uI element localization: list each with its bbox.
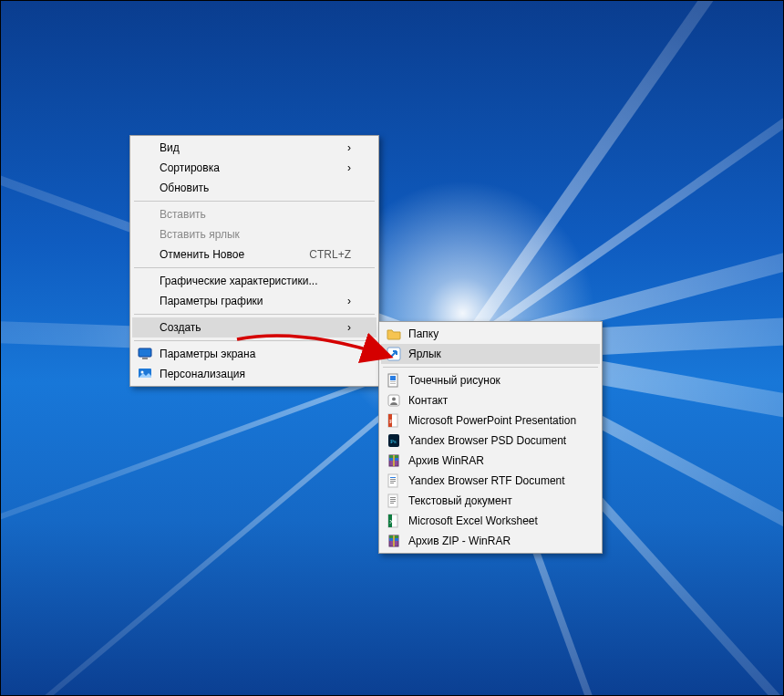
create-submenu-separator bbox=[383, 367, 598, 368]
svg-rect-36 bbox=[393, 535, 395, 546]
submenu-arrow-icon: › bbox=[342, 295, 351, 307]
xlsx-icon: X bbox=[387, 514, 401, 528]
personalize-icon bbox=[138, 367, 152, 381]
create-submenu-item-3[interactable]: Точечный рисунок bbox=[381, 370, 600, 390]
desktop-menu-item-8[interactable]: Графические характеристики... bbox=[132, 271, 377, 291]
desktop-menu-item-11[interactable]: Создать› bbox=[132, 317, 377, 338]
create-submenu-item-label: Контакт bbox=[408, 394, 574, 407]
create-submenu-item-7[interactable]: Архив WinRAR bbox=[381, 451, 600, 471]
rtf-icon bbox=[387, 473, 401, 488]
svg-text:Ps: Ps bbox=[390, 438, 397, 445]
create-submenu-item-label: Архив ZIP - WinRAR bbox=[408, 535, 574, 547]
create-submenu-item-label: Архив WinRAR bbox=[408, 454, 574, 467]
svg-text:P: P bbox=[389, 418, 393, 425]
pptx-icon: P bbox=[387, 413, 401, 428]
svg-rect-1 bbox=[142, 358, 148, 359]
create-submenu-item-label: Microsoft Excel Worksheet bbox=[408, 514, 574, 527]
create-submenu-item-4[interactable]: Контакт bbox=[381, 390, 600, 410]
svg-rect-29 bbox=[390, 503, 394, 504]
desktop-menu-item-label: Обновить bbox=[160, 182, 351, 194]
desktop-menu-separator bbox=[134, 314, 375, 315]
desktop-menu-item-5: Вставить ярлык bbox=[132, 224, 377, 244]
desktop-menu-item-label: Вид bbox=[160, 141, 342, 154]
desktop-menu-separator bbox=[134, 201, 375, 202]
display-icon bbox=[138, 347, 152, 361]
create-submenu-item-11[interactable]: Архив ZIP - WinRAR bbox=[381, 531, 600, 551]
desktop-menu-item-label: Персонализация bbox=[160, 368, 351, 380]
svg-rect-27 bbox=[390, 499, 396, 500]
txt-icon bbox=[387, 493, 401, 508]
desktop-menu-item-label: Сортировка bbox=[160, 161, 342, 174]
create-submenu-item-label: Папку bbox=[408, 327, 574, 340]
desktop-context-menu: Вид›Сортировка›ОбновитьВставитьВставить … bbox=[129, 135, 379, 387]
create-submenu: ПапкуЯрлыкТочечный рисунокКонтактPMicros… bbox=[378, 321, 603, 554]
desktop-menu-item-label: Вставить ярлык bbox=[160, 228, 351, 241]
desktop-menu-separator bbox=[134, 267, 375, 268]
svg-rect-24 bbox=[390, 483, 394, 483]
create-submenu-item-10[interactable]: XMicrosoft Excel Worksheet bbox=[381, 511, 600, 531]
svg-rect-28 bbox=[390, 501, 396, 502]
desktop-menu-item-label: Параметры экрана bbox=[160, 348, 351, 360]
svg-rect-23 bbox=[390, 481, 396, 482]
create-submenu-item-1[interactable]: Ярлык bbox=[381, 344, 600, 364]
desktop-menu-item-6[interactable]: Отменить НовоеCTRL+Z bbox=[132, 244, 377, 265]
menu-accelerator: CTRL+Z bbox=[282, 248, 351, 261]
zip-icon bbox=[387, 534, 401, 548]
desktop-menu-item-13[interactable]: Параметры экрана bbox=[132, 344, 377, 364]
create-submenu-item-label: Текстовый документ bbox=[408, 494, 574, 507]
create-submenu-item-0[interactable]: Папку bbox=[381, 324, 600, 344]
folder-icon bbox=[387, 327, 401, 341]
create-submenu-item-label: Ярлык bbox=[408, 348, 574, 360]
svg-point-3 bbox=[141, 371, 144, 374]
svg-rect-7 bbox=[390, 381, 396, 382]
desktop-menu-item-label: Вставить bbox=[160, 208, 351, 221]
svg-rect-26 bbox=[390, 497, 396, 498]
desktop-menu-item-9[interactable]: Параметры графики› bbox=[132, 291, 377, 311]
create-submenu-item-6[interactable]: PsYandex Browser PSD Document bbox=[381, 431, 600, 451]
create-submenu-item-label: Yandex Browser PSD Document bbox=[408, 434, 574, 447]
create-submenu-item-label: Точечный рисунок bbox=[408, 374, 574, 387]
create-submenu-item-5[interactable]: PMicrosoft PowerPoint Presentation bbox=[381, 410, 600, 431]
contact-icon bbox=[387, 393, 401, 408]
desktop-menu-item-1[interactable]: Сортировка› bbox=[132, 158, 377, 178]
create-submenu-item-8[interactable]: Yandex Browser RTF Document bbox=[381, 471, 600, 491]
create-submenu-item-9[interactable]: Текстовый документ bbox=[381, 491, 600, 511]
desktop-menu-item-14[interactable]: Персонализация bbox=[132, 364, 377, 384]
create-submenu-item-label: Microsoft PowerPoint Presentation bbox=[408, 414, 576, 427]
svg-rect-21 bbox=[390, 477, 396, 478]
svg-text:X: X bbox=[389, 518, 394, 525]
desktop-menu-item-label: Параметры графики bbox=[160, 295, 342, 307]
svg-rect-8 bbox=[390, 383, 396, 384]
submenu-arrow-icon: › bbox=[342, 141, 351, 154]
psd-icon: Ps bbox=[387, 433, 401, 448]
desktop-menu-item-0[interactable]: Вид› bbox=[132, 138, 377, 158]
svg-rect-19 bbox=[393, 455, 395, 466]
submenu-arrow-icon: › bbox=[342, 321, 351, 334]
rar-icon bbox=[387, 453, 401, 468]
shortcut-icon bbox=[387, 347, 401, 361]
desktop-menu-item-2[interactable]: Обновить bbox=[132, 178, 377, 198]
svg-point-10 bbox=[392, 398, 396, 401]
desktop-menu-item-label: Создать bbox=[160, 321, 342, 334]
submenu-arrow-icon: › bbox=[342, 161, 351, 174]
bitmap-icon bbox=[387, 373, 401, 388]
svg-rect-6 bbox=[390, 376, 396, 380]
desktop-menu-separator bbox=[134, 340, 375, 341]
svg-rect-22 bbox=[390, 479, 396, 480]
desktop-menu-item-4: Вставить bbox=[132, 204, 377, 224]
desktop-menu-item-label: Графические характеристики... bbox=[160, 275, 351, 287]
desktop-menu-item-label: Отменить Новое bbox=[160, 248, 282, 261]
svg-rect-0 bbox=[139, 348, 151, 357]
create-submenu-item-label: Yandex Browser RTF Document bbox=[408, 474, 574, 487]
